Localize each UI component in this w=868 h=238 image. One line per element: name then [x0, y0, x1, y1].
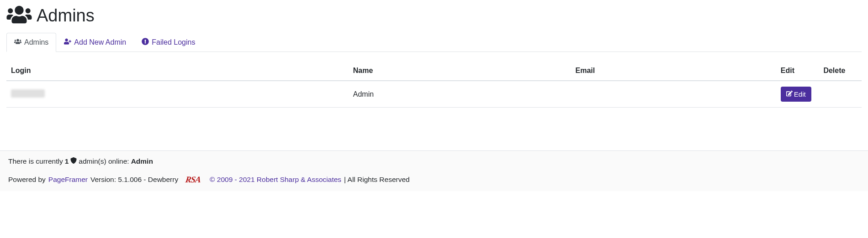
tabs: Admins Add New Admin Failed Logins — [6, 33, 862, 52]
edit-button[interactable]: Edit — [781, 87, 811, 102]
edit-icon — [786, 90, 793, 98]
admins-table-wrapper: Login Name Email Edit Delete Admin — [6, 61, 862, 108]
tab-failed-logins[interactable]: Failed Logins — [134, 33, 203, 52]
cell-delete — [819, 81, 862, 108]
cell-name: Admin — [349, 81, 571, 108]
header-name: Name — [349, 61, 571, 81]
cell-edit: Edit — [776, 81, 819, 108]
user-plus-icon — [64, 38, 71, 47]
page-title: Admins — [37, 6, 95, 26]
tab-failed-logins-label: Failed Logins — [152, 38, 195, 47]
tab-add-new-admin[interactable]: Add New Admin — [56, 33, 134, 52]
exclamation-circle-icon — [142, 38, 149, 47]
tab-add-new-label: Add New Admin — [74, 38, 126, 47]
tab-admins-label: Admins — [24, 38, 48, 47]
header-edit: Edit — [776, 61, 819, 81]
users-icon — [14, 38, 21, 47]
admins-table: Login Name Email Edit Delete Admin — [6, 61, 862, 108]
header-email: Email — [571, 61, 776, 81]
tab-admins[interactable]: Admins — [6, 33, 56, 52]
header-delete: Delete — [819, 61, 862, 81]
edit-button-label: Edit — [794, 90, 806, 98]
cell-login — [6, 81, 349, 108]
page-header: Admins — [6, 5, 862, 26]
redacted-login — [11, 89, 45, 98]
header-login: Login — [6, 61, 349, 81]
users-icon — [6, 5, 32, 26]
cell-email — [571, 81, 776, 108]
table-row: Admin Edit — [6, 81, 862, 108]
